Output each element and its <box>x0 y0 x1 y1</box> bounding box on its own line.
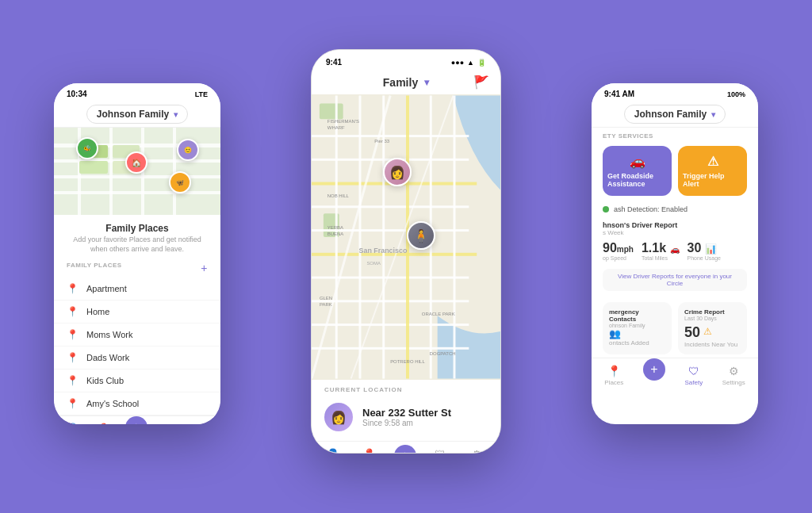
left-chevron-icon: ▾ <box>174 110 178 119</box>
svg-rect-6 <box>109 128 113 215</box>
card1-sub: ohnson Family <box>609 323 665 328</box>
left-phone: 10:34 LTE Johnson Family ▾ <box>54 83 220 424</box>
nav-add[interactable]: + <box>394 451 416 454</box>
nav-safety[interactable]: 🛡 Safety <box>685 365 703 386</box>
right-battery: 100% <box>727 90 745 98</box>
right-dropdown-bar: Johnson Family ▾ <box>592 101 758 128</box>
list-item[interactable]: 📍 Amy's School <box>54 392 220 415</box>
nav-settings-label: Settings <box>722 379 745 386</box>
safety-buttons: 🚗 Get Roadside Assistance ⚠ Trigger Help… <box>592 143 758 202</box>
place-pin-icon: 📍 <box>67 306 79 317</box>
svg-text:DOGPATCH: DOGPATCH <box>430 351 456 356</box>
avatar-1: 👩 <box>383 158 412 186</box>
add-button[interactable]: + <box>125 416 147 424</box>
svg-text:GLEN: GLEN <box>320 296 332 301</box>
right-family-dropdown[interactable]: Johnson Family ▾ <box>624 105 726 124</box>
nav-settings[interactable]: ⚙ Settings <box>722 365 745 386</box>
nav-settings[interactable]: ⚙ Settings <box>465 448 491 454</box>
svg-text:SOMA: SOMA <box>366 261 381 266</box>
driver-report-section: hnson's Driver Report s Week 90mph op Sp… <box>592 216 758 299</box>
left-signal: LTE <box>195 90 208 98</box>
nav-places[interactable]: 📍 Places <box>604 365 623 386</box>
svg-text:WHARF: WHARF <box>327 125 345 130</box>
stat-speed-value: 90mph <box>603 241 634 255</box>
people-icon: 👤 <box>66 423 79 424</box>
location-text: Near 232 Sutter St Since 9:58 am <box>362 407 451 427</box>
nav-places[interactable]: 📍 Places <box>358 448 380 454</box>
left-dropdown-bar: Johnson Family ▾ <box>54 101 220 128</box>
place-name: Amy's School <box>86 399 139 408</box>
left-family-dropdown[interactable]: Johnson Family ▾ <box>86 105 188 124</box>
add-place-button[interactable]: + <box>201 262 208 274</box>
nav-safety-label: Safety <box>685 379 703 386</box>
view-reports-button[interactable]: View Driver Reports for everyone in your… <box>603 269 747 291</box>
nav-safety[interactable]: 🛡 Safety <box>159 423 177 424</box>
left-pin-2: 🏠 <box>125 151 147 174</box>
flag-icon[interactable]: 🚩 <box>473 75 489 90</box>
section-label-text: FAMILY PLACES <box>67 262 122 274</box>
svg-rect-14 <box>320 103 343 119</box>
crime-report-card[interactable]: Crime Report Last 30 Days 50 ⚠ Incidents… <box>678 302 747 354</box>
place-pin-icon: 📍 <box>67 375 79 386</box>
phones-container: 10:34 LTE Johnson Family ▾ <box>0 0 812 513</box>
add-button[interactable]: + <box>643 358 665 381</box>
left-time: 10:34 <box>67 90 87 98</box>
stat-miles-label: Total Miles <box>642 255 680 261</box>
places-list: 📍 Apartment 📍 Home 📍 Moms Work 📍 Dads Wo… <box>54 278 220 415</box>
roadside-assistance-button[interactable]: 🚗 Get Roadside Assistance <box>603 146 672 196</box>
right-phone: 9:41 AM 100% Johnson Family ▾ ETY SERVIC… <box>592 83 758 424</box>
place-pin-icon: 📍 <box>67 398 79 409</box>
settings-icon: ⚙ <box>195 423 205 424</box>
list-item[interactable]: 📍 Kids Club <box>54 369 220 392</box>
emergency-contacts-card[interactable]: mergency Contacts ohnson Family 👥 ontact… <box>603 302 672 354</box>
center-family-label: Family <box>383 76 418 89</box>
current-location-card: 👩 Near 232 Sutter St Since 9:58 am <box>312 393 500 441</box>
card2-detail: Incidents Near You <box>684 341 741 348</box>
safety-icon: 🛡 <box>688 365 699 377</box>
nav-people[interactable]: 👤 People <box>322 448 344 454</box>
list-item[interactable]: 📍 Apartment <box>54 278 220 301</box>
center-time: 9:41 <box>326 58 342 67</box>
center-family-dropdown[interactable]: Family ▾ <box>383 76 429 89</box>
driver-report-title: hnson's Driver Report <box>603 221 747 229</box>
person-pin-1: 👩 <box>383 158 412 186</box>
card1-badge-row: 👥 <box>609 328 665 339</box>
section-label: FAMILY PLACES + <box>54 257 220 278</box>
nav-add[interactable]: + <box>643 365 665 386</box>
roadside-label: Get Roadside Assistance <box>607 172 667 188</box>
nav-people[interactable]: 👤 People <box>63 423 82 424</box>
stat-miles-value: 1.1k 🚗 <box>642 241 680 255</box>
person-pin-2: 🧍 <box>407 221 435 250</box>
wifi-icon: ▲ <box>467 59 474 67</box>
nav-add[interactable]: + <box>125 423 147 424</box>
family-places-subtitle: Add your favorite Places and get notifie… <box>67 235 208 254</box>
svg-rect-10 <box>79 161 108 174</box>
add-button[interactable]: + <box>394 445 416 454</box>
safety-icon: 🛡 <box>163 423 174 424</box>
stat-speed-label: op Speed <box>603 255 634 261</box>
center-map[interactable]: FISHERMAN'S WHARF Pier 33 San Francisco … <box>312 94 500 380</box>
battery-icon: 🔋 <box>477 59 486 67</box>
nav-settings[interactable]: ⚙ Settings <box>189 423 212 424</box>
left-status-bar: 10:34 LTE <box>54 83 220 101</box>
list-item[interactable]: 📍 Dads Work <box>54 346 220 369</box>
svg-text:NOB HILL: NOB HILL <box>327 193 350 198</box>
list-item[interactable]: 📍 Moms Work <box>54 323 220 346</box>
driver-report-sub: s Week <box>603 229 747 236</box>
list-item[interactable]: 📍 Home <box>54 301 220 323</box>
nav-safety[interactable]: 🛡 Safety <box>430 448 450 454</box>
left-bottom-nav: 👤 People 📍 Places + 🛡 Safety ⚙ Settings <box>54 415 220 424</box>
alert-label: Trigger Help Alert <box>683 172 742 188</box>
avatar-2: 🧍 <box>407 221 435 250</box>
crime-count: 50 <box>684 324 700 341</box>
settings-icon: ⚙ <box>729 365 739 377</box>
help-alert-button[interactable]: ⚠ Trigger Help Alert <box>678 146 747 196</box>
center-top-bar: Family ▾ 🚩 <box>312 70 500 94</box>
svg-text:FISHERMAN'S: FISHERMAN'S <box>327 119 359 124</box>
place-name: Home <box>86 307 109 316</box>
place-name: Moms Work <box>86 330 132 339</box>
place-pin-icon: 📍 <box>67 352 79 363</box>
driver-stats: 90mph op Speed 1.1k 🚗 Total Miles 30 📊 P… <box>603 236 747 266</box>
nav-places[interactable]: 📍 Places <box>94 423 113 424</box>
center-phone: 9:41 ●●● ▲ 🔋 Family ▾ 🚩 <box>311 49 501 454</box>
